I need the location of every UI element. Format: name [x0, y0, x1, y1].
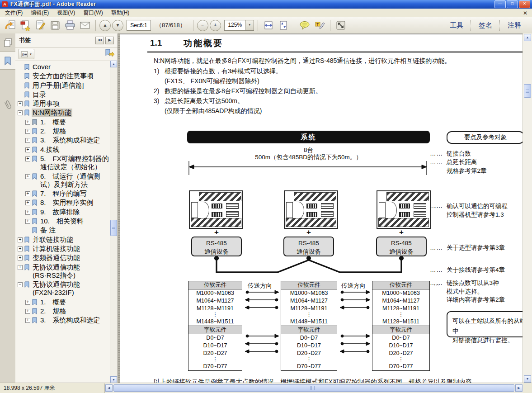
bookmark-options-button[interactable]: 8 ▼ [19, 49, 34, 59]
compose-button[interactable] [33, 19, 47, 32]
bookmark-item[interactable]: +9. 故障排除 [25, 208, 110, 217]
bookmark-item[interactable]: +6. 试运行（通信测试）及判断方法 [25, 172, 110, 189]
bookmark-item[interactable]: +2. 规格 [25, 307, 110, 316]
create-pdf-button[interactable] [19, 19, 32, 32]
bookmark-item[interactable]: +10. 相关资料 [25, 217, 110, 226]
tools-pane-button[interactable]: 工具 [443, 19, 471, 32]
page-number-input[interactable] [127, 20, 151, 31]
bookmark-item[interactable]: +3. 系统构成和选定 [25, 136, 110, 145]
bookmark-item[interactable]: +3. 系统构成和选定 [25, 316, 110, 325]
highlight-text-button[interactable]: T [313, 19, 326, 32]
zoom-out-button[interactable]: − [197, 20, 208, 31]
expand-icon[interactable]: + [25, 174, 30, 179]
scrollbar-thumb[interactable] [110, 220, 117, 236]
bookmark-item[interactable]: +7. 程序的编写 [25, 189, 110, 198]
scroll-down-icon[interactable]: ▼ [524, 375, 531, 383]
bookmark-item[interactable]: −无协议通信功能 (FX2N-232IF) [18, 280, 110, 298]
comment-button[interactable] [298, 19, 311, 32]
attachments-tab[interactable] [0, 96, 15, 114]
bookmark-icon [24, 109, 30, 116]
plus-connector: + [398, 228, 405, 237]
scroll-left-icon[interactable]: ◀ [105, 384, 113, 392]
bookmark-item[interactable]: Cover [18, 62, 110, 71]
expand-panel-button[interactable]: ▶ [105, 37, 114, 44]
collapse-icon[interactable]: − [18, 282, 23, 287]
menu-view[interactable]: 视图(V) [53, 8, 79, 18]
expand-icon[interactable]: + [25, 300, 30, 305]
bookmark-item[interactable]: 安全方面的注意事项 [18, 71, 110, 80]
expand-icon[interactable]: + [18, 246, 23, 251]
bookmark-item[interactable]: 用户手册[通信篇] [18, 81, 110, 90]
expand-icon[interactable]: + [25, 309, 30, 314]
save-button[interactable] [48, 19, 62, 32]
minimize-button[interactable]: — [494, 0, 506, 8]
maximize-button[interactable]: □ [507, 0, 518, 8]
bookmark-item[interactable]: 备 注 [25, 226, 110, 235]
vertical-scrollbar[interactable]: ▲ ▼ [523, 33, 532, 383]
bookmark-item[interactable]: +1. 概要 [25, 118, 110, 127]
fullscreen-button[interactable] [334, 19, 348, 32]
email-button[interactable] [78, 19, 92, 32]
bookmarks-scrollbar[interactable]: ▲ ▼ [110, 61, 118, 383]
bookmark-item[interactable]: +1. 概要 [25, 298, 110, 307]
zoom-level-control[interactable]: 125% ▼ [224, 20, 254, 31]
menu-help[interactable]: 帮助(H) [107, 8, 134, 18]
previous-page-button[interactable]: ▲ [99, 20, 111, 31]
collapse-panel-button[interactable]: ◀◀ [95, 37, 104, 44]
collapse-icon[interactable]: − [18, 110, 23, 115]
next-page-button[interactable]: ▼ [112, 20, 123, 31]
bookmark-item[interactable]: +4.接线 [25, 145, 110, 154]
horizontal-scrollbar[interactable]: ◀ ▶ [105, 384, 523, 393]
scrollbar-thumb[interactable] [524, 84, 531, 98]
expand-icon[interactable]: + [25, 191, 30, 196]
document-view[interactable]: 1.1 功能概要 N:N网络功能，就是在最多8台FX可编程控制器之间，通过RS-… [120, 33, 523, 383]
close-button[interactable]: ✕ [519, 0, 530, 8]
expand-icon[interactable]: + [18, 265, 23, 270]
expand-icon[interactable]: + [18, 256, 23, 260]
list-item-text: 根据要链接的点数，有3种模式可以选择。 [165, 67, 282, 76]
bookmark-item[interactable]: +无协议通信功能 (RS·RS2指令) [18, 263, 110, 280]
scroll-right-icon[interactable]: ▶ [515, 384, 523, 392]
bookmark-item[interactable]: +5. FX可编程控制器的通信设定（初始化） [25, 154, 110, 172]
print-button[interactable] [63, 19, 77, 32]
bookmark-item[interactable]: +变频器通信功能 [18, 253, 110, 262]
scroll-up-icon[interactable]: ▲ [110, 61, 117, 67]
menu-edit[interactable]: 编辑(E) [27, 8, 53, 18]
scroll-up-icon[interactable]: ▲ [524, 34, 531, 41]
expand-icon[interactable]: + [25, 219, 30, 224]
comment-pane-button[interactable]: 注释 [500, 19, 528, 32]
bookmark-item[interactable]: +2. 规格 [25, 127, 110, 136]
bookmark-item[interactable]: 目录 [18, 90, 110, 99]
zoom-dropdown-icon[interactable]: ▼ [245, 20, 254, 30]
expander-spacer [25, 228, 30, 233]
expand-icon[interactable]: + [25, 120, 30, 125]
expand-icon[interactable]: + [25, 200, 30, 205]
page-thumbnails-tab[interactable] [0, 33, 15, 52]
export-bookmark-button[interactable] [104, 49, 114, 59]
scrollbar-thumb[interactable] [113, 384, 514, 392]
scroll-down-icon[interactable]: ▼ [110, 376, 117, 383]
expand-icon[interactable]: + [18, 237, 23, 242]
expand-icon[interactable]: + [25, 318, 30, 323]
bookmark-item[interactable]: +计算机链接功能 [18, 244, 110, 253]
document-close-icon[interactable]: ✕ [523, 10, 527, 16]
document-size-label: 18.998 x 26.597 厘米 [0, 384, 105, 393]
menu-file[interactable]: 文件(F) [1, 8, 27, 18]
sign-pane-button[interactable]: 签名 [471, 19, 499, 32]
fit-page-button[interactable] [277, 19, 290, 32]
expand-icon[interactable]: + [25, 210, 30, 215]
bookmark-item[interactable]: +8. 实用程序实例 [25, 198, 110, 207]
bookmark-item[interactable]: +并联链接功能 [18, 235, 110, 244]
expand-icon[interactable]: + [25, 147, 30, 152]
open-file-button[interactable] [4, 19, 17, 32]
zoom-in-button[interactable]: + [210, 20, 221, 31]
expand-icon[interactable]: + [25, 138, 30, 143]
bookmark-item[interactable]: +通用事项 [18, 99, 110, 108]
bookmarks-tab[interactable] [0, 52, 15, 70]
expand-icon[interactable]: + [25, 156, 30, 161]
expand-icon[interactable]: + [18, 101, 23, 106]
menu-window[interactable]: 窗口(W) [79, 8, 107, 18]
fit-width-button[interactable] [262, 19, 275, 32]
bookmark-item-selected[interactable]: −N:N网络功能 [18, 108, 110, 117]
expand-icon[interactable]: + [25, 129, 30, 134]
